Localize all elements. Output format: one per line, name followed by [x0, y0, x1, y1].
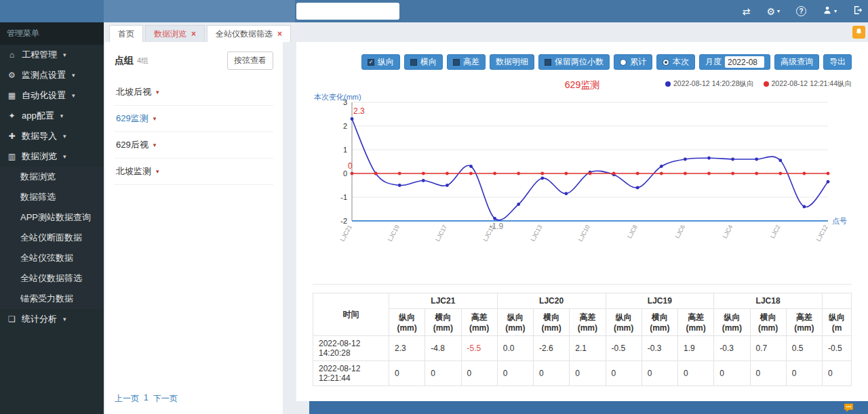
data-table: 时间LJC21LJC20LJC19LJC18纵向(mm)横向(mm)高差(mm)…: [313, 293, 852, 386]
sidebar-subitem-全站仪断面数据[interactable]: 全站仪断面数据: [0, 228, 104, 248]
table-header-time: 时间: [313, 293, 389, 336]
month-input[interactable]: [725, 56, 764, 68]
toolbar-button-月度[interactable]: 月度: [699, 54, 770, 70]
toolbar-button-本次[interactable]: 本次: [656, 54, 695, 70]
table-cell: -0.3: [642, 336, 677, 361]
caret-down-icon: ▾: [63, 133, 66, 140]
caret-down-icon: ▾: [777, 8, 780, 14]
table-cell: -4.8: [425, 336, 461, 361]
user-menu-button[interactable]: ▾: [823, 5, 837, 17]
bell-icon: [855, 27, 863, 37]
next-page-link[interactable]: 下一页: [153, 393, 178, 405]
chat-icon[interactable]: [843, 402, 854, 413]
header-search-input[interactable]: [296, 3, 399, 20]
checkbox-icon[interactable]: [368, 59, 374, 66]
toolbar-button-导出[interactable]: 导出: [823, 54, 852, 70]
table-cell: 0: [642, 361, 677, 386]
svg-text:LJC19: LJC19: [387, 224, 401, 243]
sidebar-subitem-数据浏览[interactable]: 数据浏览: [0, 167, 104, 187]
app-icon: ✦: [7, 111, 17, 121]
caret-down-icon: ▾: [63, 153, 66, 160]
svg-text:1: 1: [343, 146, 347, 154]
sidebar-item-label: 统计分析: [22, 313, 57, 325]
tab-close-icon[interactable]: ×: [277, 29, 282, 39]
sidebar-subitem-锚索受力数据[interactable]: 锚索受力数据: [0, 289, 104, 309]
sidebar-item-数据浏览[interactable]: ▥数据浏览▾: [0, 146, 104, 167]
tab-bar: 首页数据浏览×全站仪数据筛选×: [104, 22, 868, 42]
table-col-header: 高差(mm): [678, 309, 714, 336]
toolbar-button-数据明细[interactable]: 数据明细: [490, 54, 534, 70]
prev-page-link[interactable]: 上一页: [115, 393, 139, 405]
chart-toolbar: 纵向横向高差数据明细保留两位小数累计本次月度高级查询导出: [313, 54, 852, 70]
notification-bell-button[interactable]: [852, 26, 865, 39]
toolbar-button-保留两位小数[interactable]: 保留两位小数: [538, 54, 610, 70]
point-group-item-629监测[interactable]: 629监测▾: [115, 106, 273, 132]
checkbox-icon[interactable]: [453, 59, 460, 66]
sidebar-item-label: 数据浏览: [22, 150, 57, 163]
radio-icon[interactable]: [620, 59, 627, 66]
tab-全站仪数据筛选[interactable]: 全站仪数据筛选×: [207, 25, 291, 42]
sidebar-item-自动化设置[interactable]: ▦自动化设置▾: [0, 85, 104, 106]
sidebar-item-工程管理[interactable]: ⌂工程管理▾: [0, 45, 104, 65]
toolbar-button-累计[interactable]: 累计: [614, 54, 652, 70]
sidebar-item-label: app配置: [22, 110, 54, 122]
toolbar-button-横向[interactable]: 横向: [404, 54, 443, 70]
checkbox-icon[interactable]: [410, 59, 417, 66]
table-cell: 0: [823, 361, 852, 386]
sidebar-menu: ⌂工程管理▾⚙监测点设置▾▦自动化设置▾✦app配置▾✚数据导入▾▥数据浏览▾数…: [0, 45, 104, 329]
legend-item[interactable]: 2022-08-12 14:20:28纵向: [665, 79, 754, 89]
logout-button[interactable]: [853, 5, 863, 17]
sidebar-item-数据导入[interactable]: ✚数据导入▾: [0, 126, 104, 146]
toolbar-button-label: 横向: [420, 56, 437, 68]
sidebar-subitem-全站仪弦数据[interactable]: 全站仪弦数据: [0, 248, 104, 268]
toolbar-button-高差[interactable]: 高差: [447, 54, 486, 70]
sidebar-submenu: 数据浏览数据筛选APP测站数据查询全站仪断面数据全站仪弦数据全站仪数据筛选锚索受…: [0, 167, 104, 309]
table-col-header: 纵向(mm): [389, 309, 425, 336]
legend-dot: [665, 81, 671, 87]
exchange-button[interactable]: ⇄: [743, 6, 751, 17]
caret-down-icon: ▾: [153, 115, 157, 122]
table-cell: 0: [750, 361, 786, 386]
sidebar-item-统计分析[interactable]: ❏统计分析▾: [0, 309, 104, 329]
sidebar-item-监测点设置[interactable]: ⚙监测点设置▾: [0, 65, 104, 85]
table-cell: -2.6: [534, 336, 570, 361]
point-group-title: 点组: [115, 55, 134, 67]
svg-text:-2: -2: [340, 217, 347, 225]
table-col-header: 横向(mm): [534, 309, 570, 336]
table-col-header: 纵向(m: [823, 309, 852, 336]
table-cell: -0.5: [606, 336, 642, 361]
bank-icon: ▦: [7, 91, 17, 100]
sidebar-subitem-数据筛选[interactable]: 数据筛选: [0, 187, 104, 207]
chart-legend: 2022-08-12 14:20:28纵向2022-08-12 12:21:44…: [665, 79, 852, 89]
radio-icon[interactable]: [663, 59, 669, 66]
sidebar-subitem-APP测站数据查询[interactable]: APP测站数据查询: [0, 207, 104, 228]
table-col-header: 纵向(mm): [497, 309, 533, 336]
sidebar-item-app配置[interactable]: ✦app配置▾: [0, 106, 104, 126]
legend-item[interactable]: 2022-08-12 12:21:44纵向: [764, 79, 852, 89]
toolbar-button-高级查询[interactable]: 高级查询: [774, 54, 819, 70]
logout-icon: [853, 5, 863, 17]
legend-label: 2022-08-12 14:20:28纵向: [673, 79, 754, 89]
table-cell: 2.3: [389, 336, 425, 361]
help-button[interactable]: ?: [796, 6, 806, 16]
tab-首页[interactable]: 首页: [109, 25, 143, 42]
svg-text:LJC12: LJC12: [815, 224, 829, 243]
tab-close-icon[interactable]: ×: [191, 29, 196, 39]
legend-label: 2022-08-12 12:21:44纵向: [772, 79, 852, 89]
current-page-number[interactable]: 1: [144, 393, 149, 405]
point-group-item-629后视[interactable]: 629后视▾: [115, 132, 273, 159]
data-panel: 纵向横向高差数据明细保留两位小数累计本次月度高级查询导出 629监测 2022-…: [296, 42, 868, 401]
checkbox-icon[interactable]: [545, 59, 551, 66]
settings-menu-button[interactable]: ⚙ ▾: [766, 6, 780, 17]
view-by-chord-button[interactable]: 按弦查看: [227, 51, 273, 70]
chart-area: 629监测 2022-08-12 14:20:28纵向2022-08-12 12…: [313, 77, 852, 280]
toolbar-button-纵向[interactable]: 纵向: [361, 54, 400, 70]
line-chart: 3210-1-2本次变化(mm)点号LJC21LJC19LJC17LJC15LJ…: [313, 93, 848, 274]
point-group-item-北坡后视[interactable]: 北坡后视▾: [115, 79, 273, 106]
table-cell: -0.5: [823, 336, 852, 361]
point-group-item-北坡监测[interactable]: 北坡监测▾: [115, 159, 273, 185]
table-col-header: 横向(mm): [425, 309, 461, 336]
tab-数据浏览[interactable]: 数据浏览×: [145, 25, 205, 42]
sidebar-item-label: 数据导入: [22, 130, 57, 142]
sidebar-subitem-全站仪数据筛选[interactable]: 全站仪数据筛选: [0, 268, 104, 289]
